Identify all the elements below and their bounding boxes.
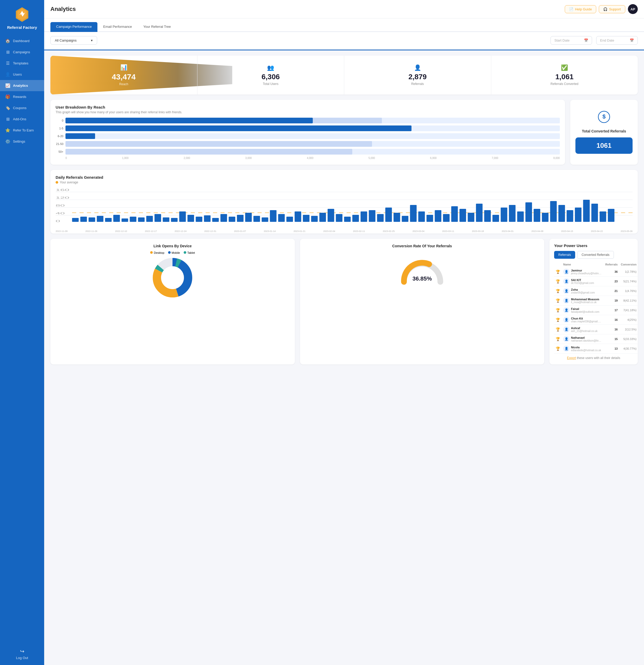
rank-icon: 🏆 [556, 270, 560, 274]
user-avatar-icon: 👤 [563, 336, 569, 342]
users-stat-icon: 👥 [267, 64, 274, 71]
user-info-cell: 👤 Faisal faisalpatel@outlook.com [562, 305, 604, 315]
total-converted-title: Total Converted Referrals [582, 129, 626, 133]
tab-referrals[interactable]: Referrals [554, 251, 575, 259]
table-row: 🏆 👤 Nathanael nathanael.davidson@live...… [554, 334, 638, 344]
sidebar-label-templates: Templates [13, 61, 28, 65]
content-area: 📊 43,474 Reach 👥 6,306 Total Users 👤 2,8… [44, 51, 644, 369]
gauge-chart: 36.85% [305, 253, 539, 287]
power-users-table: Name Referrals Conversion 🏆 👤 Jaminur je… [554, 262, 638, 354]
rank-icon: 🏆 [556, 289, 560, 293]
daily-chart-svg: 160 120 80 40 0 [56, 187, 632, 228]
conversion-rate-card: Conversion Rate Of Your Referrals 36.85% [300, 239, 545, 364]
sidebar-item-users[interactable]: 👤 Users [0, 69, 44, 80]
user-name: Mohammad Moasom [571, 298, 599, 301]
user-avatar-icon: 👤 [563, 345, 569, 352]
svg-rect-32 [221, 214, 227, 222]
user-name: Faisal [571, 307, 599, 310]
svg-rect-63 [476, 204, 482, 222]
logout-button[interactable]: ↪ Log Out [0, 643, 44, 665]
user-name: Ashraf [571, 326, 598, 330]
sidebar-label-analytics: Analytics [13, 84, 28, 88]
sidebar-label-coupons: Coupons [13, 106, 26, 110]
user-avatar-icon: 👤 [563, 317, 569, 323]
export-row: Export these users with all their detail… [554, 356, 633, 360]
page-header: Analytics 📄 Help Guide 🎧 Support AP [44, 0, 644, 18]
export-link[interactable]: Export [567, 356, 576, 360]
users-value: 6,306 [262, 73, 280, 81]
svg-rect-38 [270, 210, 277, 222]
hbar-label-50plus: 50+ [56, 150, 63, 153]
tab-campaign-performance[interactable]: Campaign Performance [51, 22, 97, 32]
svg-rect-47 [344, 217, 351, 222]
hbar-label-6-20: 6-20 [56, 135, 63, 138]
sidebar-item-dashboard[interactable]: 🏠 Dashboard [0, 35, 44, 46]
legend-desktop: Desktop [150, 251, 164, 254]
svg-text:80: 80 [56, 204, 65, 207]
sidebar-item-rewards[interactable]: 🎁 Rewards [0, 91, 44, 102]
support-icon: 🎧 [603, 7, 607, 11]
rank-icon: 🏆 [556, 346, 560, 351]
user-name: Nathanael [571, 336, 602, 339]
settings-icon: ⚙️ [5, 139, 11, 144]
sidebar-label-users: Users [13, 73, 22, 76]
page-title: Analytics [51, 6, 76, 13]
hbar-row-6-20: 6-20 [56, 133, 560, 139]
sidebar-item-analytics[interactable]: 📈 Analytics [0, 80, 44, 91]
sidebar-item-addons[interactable]: ⊞ Add-Ons [0, 114, 44, 125]
start-date-input[interactable]: Start Date 📅 [550, 36, 592, 45]
reach-value: 43,474 [112, 73, 136, 81]
svg-rect-18 [105, 218, 111, 222]
tab-email-performance[interactable]: Email Performance [97, 22, 138, 32]
svg-rect-71 [542, 213, 548, 222]
rank-cell: 🏆 [554, 305, 562, 315]
sidebar-label-settings: Settings [13, 139, 25, 144]
user-avatar[interactable]: AP [628, 4, 638, 14]
sidebar-item-settings[interactable]: ⚙️ Settings [0, 136, 44, 147]
power-users-card: Your Power Users Referrals Converted Ref… [549, 239, 638, 364]
tab-referral-tree[interactable]: Your Referral Tree [138, 22, 177, 32]
col-referrals: Referrals [604, 262, 619, 267]
user-info-cell: 👤 Nathanael nathanael.davidson@live... [562, 334, 604, 344]
sidebar-nav: 🏠 Dashboard ⊞ Campaigns ☰ Templates 👤 Us… [0, 35, 44, 643]
sidebar-item-campaigns[interactable]: ⊞ Campaigns [0, 46, 44, 58]
rank-cell: 🏆 [554, 286, 562, 296]
hbar-track-6-20 [65, 133, 560, 139]
link-opens-title: Link Opens By Device [56, 244, 290, 248]
svg-rect-57 [427, 215, 433, 222]
converted-value: 1,061 [555, 73, 574, 81]
tab-converted-referrals[interactable]: Converted Referrals [577, 251, 614, 259]
converted-value-btn[interactable]: 1061 [575, 137, 632, 154]
col-rank [554, 262, 562, 267]
sidebar-item-refer[interactable]: ⭐ Refer To Earn [0, 125, 44, 136]
svg-rect-65 [493, 215, 499, 222]
end-date-input[interactable]: End Date 📅 [596, 36, 638, 45]
campaign-filter[interactable]: All Campaigns ▾ [51, 36, 97, 45]
sidebar-label-rewards: Rewards [13, 95, 26, 99]
svg-rect-48 [352, 215, 359, 222]
user-info-cell: 👤 SAI KIT dc7023@gmail.com [562, 277, 604, 286]
export-suffix: these users with all their details [576, 356, 620, 360]
svg-rect-73 [558, 205, 565, 222]
svg-rect-17 [97, 216, 103, 222]
svg-rect-66 [500, 208, 507, 222]
hbar-label-21-50: 21-50 [56, 142, 63, 146]
funnel-stat-referrals: 👤 2,879 Referrals [344, 56, 491, 95]
svg-rect-75 [575, 208, 581, 222]
svg-rect-45 [327, 209, 334, 222]
col-conversion: Conversion [619, 262, 638, 267]
sidebar-item-coupons[interactable]: 🏷️ Coupons [0, 102, 44, 114]
svg-rect-42 [303, 215, 309, 222]
conversion-cell: 4(25%) [619, 315, 638, 325]
user-avatar-icon: 👤 [563, 278, 569, 284]
svg-rect-60 [451, 206, 458, 222]
help-guide-button[interactable]: 📄 Help Guide [565, 5, 596, 13]
referrals-cell: 16 [604, 315, 619, 325]
support-button[interactable]: 🎧 Support [599, 5, 625, 13]
sidebar-item-templates[interactable]: ☰ Templates [0, 58, 44, 69]
rank-icon: 🏆 [556, 279, 560, 283]
svg-rect-58 [435, 210, 441, 222]
referrals-icon: 👤 [414, 64, 421, 71]
funnel-stat-reach: 📊 43,474 Reach [51, 56, 197, 95]
referrals-cell: 17 [604, 305, 619, 315]
